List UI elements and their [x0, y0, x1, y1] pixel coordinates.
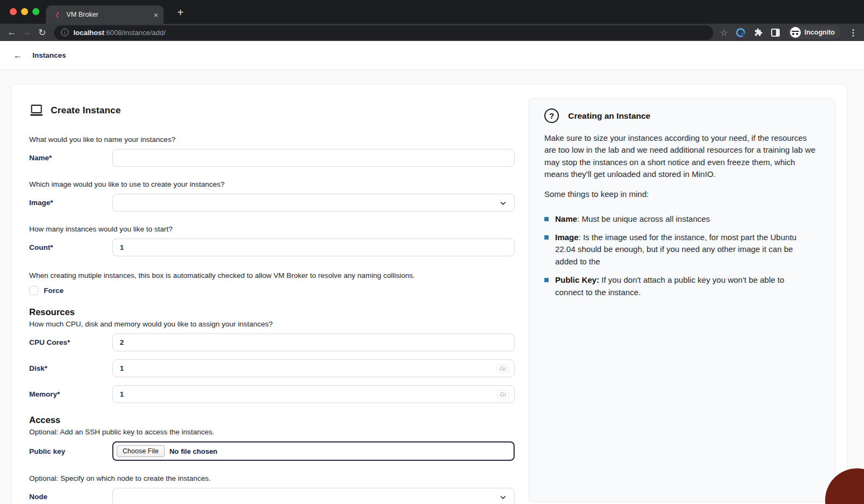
count-input[interactable]	[112, 239, 515, 256]
image-field-row: Image*	[29, 194, 515, 212]
tab-title: VM Broker	[66, 11, 148, 18]
public-key-label: Public key	[29, 447, 112, 455]
bullet-square-icon	[544, 278, 549, 282]
bullet-term: Name	[555, 214, 577, 223]
incognito-icon	[790, 27, 801, 38]
cpu-label: CPU Cores*	[29, 338, 112, 346]
close-window-button[interactable]	[10, 8, 17, 15]
page-header: ← Instances	[0, 41, 864, 70]
force-checkbox[interactable]	[29, 286, 38, 295]
node-label: Node	[29, 493, 112, 501]
incognito-label: Incognito	[805, 29, 835, 36]
memory-field-row: Memory* Gi	[29, 385, 515, 403]
file-status-text: No file chosen	[170, 447, 218, 455]
bullet-term: Image	[555, 233, 578, 242]
browser-tab-bar: VM Broker × +	[0, 0, 864, 24]
name-label: Name*	[29, 154, 112, 162]
address-bar[interactable]: i localhost:6008/instance/add/	[54, 25, 713, 40]
extension-icon[interactable]	[736, 28, 745, 37]
force-note: When creating mutiple instances, this bo…	[29, 271, 515, 280]
chevron-down-icon	[499, 493, 507, 501]
force-checkbox-row: Force	[29, 286, 515, 295]
create-instance-card: Create Instance What would you like to n…	[11, 84, 847, 504]
help-title: Creating an Instance	[568, 111, 650, 121]
help-list-item: Public Key: If you don't attach a public…	[544, 274, 813, 298]
memory-input[interactable]	[112, 385, 515, 403]
form-header: Create Instance	[29, 104, 515, 117]
public-key-file-input[interactable]: Choose File No file chosen	[112, 441, 515, 461]
help-panel: ? Creating an Instance Make sure to size…	[529, 98, 835, 502]
force-label: Force	[44, 287, 64, 295]
tab-close-icon[interactable]: ×	[153, 11, 158, 19]
node-select[interactable]	[112, 488, 515, 504]
chevron-down-icon	[499, 199, 507, 207]
laptop-icon	[29, 104, 44, 117]
count-field-row: Count*	[29, 239, 515, 256]
back-arrow-icon[interactable]: ←	[14, 51, 22, 60]
count-label: Count*	[29, 243, 112, 251]
incognito-badge: Incognito	[788, 25, 841, 39]
page-body: Create Instance What would you like to n…	[0, 70, 864, 504]
help-intro: Make sure to size your instances accordi…	[544, 132, 820, 181]
flamingo-favicon-icon	[53, 11, 61, 19]
breadcrumb-instances-link[interactable]: Instances	[32, 51, 66, 59]
name-input[interactable]	[112, 149, 515, 167]
image-question: Which image would you like to use to cre…	[29, 180, 515, 189]
page-title: Create Instance	[51, 105, 121, 116]
image-select[interactable]	[112, 194, 515, 212]
bullet-square-icon	[544, 235, 549, 240]
image-label: Image*	[29, 199, 112, 207]
browser-toolbar: ← → ↻ i localhost:6008/instance/add/ ☆ I…	[0, 24, 864, 41]
access-subtitle: Optional: Add an SSH public key to acces…	[29, 428, 515, 436]
bookmark-star-icon[interactable]: ☆	[720, 28, 727, 38]
create-instance-form: Create Instance What would you like to n…	[29, 84, 515, 504]
memory-unit-badge: Gi	[497, 390, 510, 399]
resources-subtitle: How much CPU, disk and memory would you …	[29, 320, 515, 328]
zoom-window-button[interactable]	[32, 8, 39, 15]
cpu-input[interactable]	[112, 333, 515, 351]
access-heading: Access	[29, 415, 515, 425]
site-info-icon[interactable]: i	[61, 29, 69, 36]
count-question: How many instances would you like to sta…	[29, 224, 515, 234]
browser-menu-icon[interactable]: ⋮	[849, 28, 858, 38]
help-list-item: Image: Is the image used for the instanc…	[544, 231, 813, 268]
question-mark-icon: ?	[544, 108, 559, 123]
disk-label: Disk*	[29, 364, 112, 372]
new-tab-button[interactable]: +	[173, 5, 188, 20]
browser-tab[interactable]: VM Broker ×	[46, 5, 164, 24]
extensions-puzzle-icon[interactable]	[753, 28, 763, 37]
bullet-square-icon	[544, 217, 549, 221]
reload-icon[interactable]: ↻	[35, 25, 50, 39]
back-icon[interactable]: ←	[4, 25, 19, 39]
forward-icon[interactable]: →	[19, 25, 35, 39]
choose-file-button[interactable]: Choose File	[117, 445, 165, 457]
toolbar-actions: ☆ Incognito ⋮	[720, 25, 858, 39]
help-list-intro: Some things to keep in mind:	[544, 189, 820, 199]
url-path: :6008/instance/add/	[104, 29, 165, 37]
help-list-item: Name: Must be unique across all instance…	[544, 213, 813, 225]
resources-heading: Resources	[29, 307, 515, 317]
node-subtitle: Optional: Specify on which node to creat…	[29, 474, 515, 483]
public-key-field-row: Public key Choose File No file chosen	[29, 441, 515, 461]
name-question: What would you like to name your instanc…	[29, 135, 515, 144]
help-list: Name: Must be unique across all instance…	[544, 213, 820, 298]
memory-label: Memory*	[29, 390, 112, 398]
node-field-row: Node	[29, 488, 515, 504]
help-header: ? Creating an Instance	[544, 108, 820, 123]
bullet-text: : Is the image used for the instance, fo…	[555, 233, 796, 266]
minimize-window-button[interactable]	[21, 8, 28, 15]
disk-input[interactable]	[112, 359, 515, 377]
disk-field-row: Disk* Gi	[29, 359, 515, 377]
url-host: localhost	[73, 29, 104, 37]
disk-unit-badge: Gi	[497, 364, 510, 373]
cpu-field-row: CPU Cores*	[29, 333, 515, 351]
name-field-row: Name*	[29, 149, 515, 167]
bullet-term: Public Key:	[555, 275, 599, 284]
window-controls	[10, 8, 39, 15]
side-panel-icon[interactable]	[771, 29, 780, 37]
bullet-text: : Must be unique across all instances	[577, 214, 710, 223]
